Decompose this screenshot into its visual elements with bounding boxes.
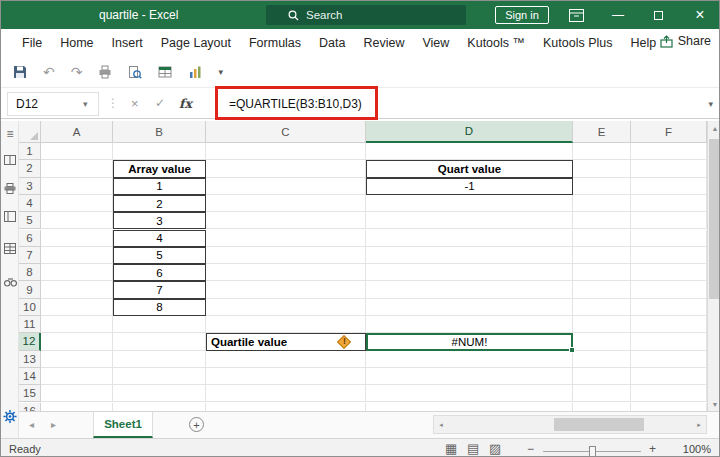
row-header-3[interactable]: 3 — [19, 178, 41, 195]
cell-D8[interactable] — [366, 264, 573, 281]
cell-B4[interactable]: 2 — [113, 195, 206, 212]
cell-F4[interactable] — [631, 195, 707, 212]
row-header-12[interactable]: 12 — [19, 333, 41, 350]
cell-B5[interactable]: 3 — [113, 212, 206, 229]
zoom-out-button[interactable]: − — [527, 442, 534, 456]
cell-F16[interactable] — [631, 403, 707, 412]
row-header-10[interactable]: 10 — [19, 299, 41, 316]
cell-D6[interactable] — [366, 230, 573, 247]
print-preview-button[interactable] — [128, 65, 142, 79]
cell-F11[interactable] — [631, 316, 707, 333]
row-header-11[interactable]: 11 — [19, 316, 41, 333]
horizontal-scrollbar-thumb[interactable] — [554, 418, 644, 431]
cell-C4[interactable] — [206, 195, 366, 212]
cell-C1[interactable] — [206, 143, 366, 160]
workbook-icon[interactable] — [3, 153, 17, 167]
cell-B11[interactable] — [113, 316, 206, 333]
tab-formulas[interactable]: Formulas — [240, 30, 310, 56]
row-header-14[interactable]: 14 — [19, 368, 41, 385]
cell-A4[interactable] — [41, 195, 113, 212]
ribbon-display-options-button[interactable] — [561, 1, 591, 29]
page-break-view-icon[interactable]: ▨ — [489, 441, 501, 456]
normal-view-icon[interactable]: ▦ — [445, 441, 457, 456]
column-header-A[interactable]: A — [41, 121, 113, 143]
scroll-left-icon[interactable]: ◂ — [434, 418, 448, 432]
row-header-15[interactable]: 15 — [19, 385, 41, 402]
cell-B7[interactable]: 5 — [113, 247, 206, 264]
row-header-9[interactable]: 9 — [19, 281, 41, 298]
panes-icon[interactable] — [3, 209, 17, 223]
cell-E13[interactable] — [573, 351, 631, 368]
cell-A14[interactable] — [41, 368, 113, 385]
tab-home[interactable]: Home — [51, 30, 102, 56]
cell-D2[interactable]: Quart value — [366, 160, 573, 177]
cell-A7[interactable] — [41, 247, 113, 264]
cell-A12[interactable] — [41, 333, 113, 350]
sheet-tab-sheet1[interactable]: Sheet1 — [93, 412, 153, 438]
print-icon[interactable] — [3, 181, 17, 195]
row-header-7[interactable]: 7 — [19, 247, 41, 264]
cell-D16[interactable] — [366, 403, 573, 412]
cell-B13[interactable] — [113, 351, 206, 368]
expand-formula-bar-icon[interactable]: ▾ — [708, 99, 713, 109]
cell-E7[interactable] — [573, 247, 631, 264]
cell-F8[interactable] — [631, 264, 707, 281]
new-sheet-button[interactable]: + — [189, 417, 204, 432]
cell-D10[interactable] — [366, 299, 573, 316]
cell-B2[interactable]: Array value — [113, 160, 206, 177]
cell-E15[interactable] — [573, 385, 631, 402]
zoom-level-label[interactable]: 100% — [669, 443, 711, 455]
zoom-slider-thumb[interactable] — [589, 446, 596, 457]
tab-page-layout[interactable]: Page Layout — [152, 30, 240, 56]
cell-D1[interactable] — [366, 143, 573, 160]
cell-D12[interactable]: #NUM! — [366, 333, 573, 350]
cell-D4[interactable] — [366, 195, 573, 212]
share-button[interactable]: Share — [660, 34, 711, 48]
cell-C8[interactable] — [206, 264, 366, 281]
cell-E9[interactable] — [573, 281, 631, 298]
cell-E16[interactable] — [573, 403, 631, 412]
column-header-B[interactable]: B — [113, 121, 206, 143]
cell-F6[interactable] — [631, 230, 707, 247]
customize-qat-button[interactable]: ▾ — [218, 67, 223, 77]
cell-C7[interactable] — [206, 247, 366, 264]
row-header-1[interactable]: 1 — [19, 143, 41, 160]
cell-D3[interactable]: -1 — [366, 178, 573, 195]
cell-B12[interactable] — [113, 333, 206, 350]
cell-D5[interactable] — [366, 212, 573, 229]
cell-B6[interactable]: 4 — [113, 230, 206, 247]
undo-button[interactable]: ↶ — [43, 65, 55, 79]
cell-B10[interactable]: 8 — [113, 299, 206, 316]
cell-F10[interactable] — [631, 299, 707, 316]
minimize-button[interactable]: — — [603, 1, 633, 29]
cell-A8[interactable] — [41, 264, 113, 281]
cell-D9[interactable] — [366, 281, 573, 298]
sign-in-button[interactable]: Sign in — [495, 6, 549, 24]
cell-C14[interactable] — [206, 368, 366, 385]
cell-E2[interactable] — [573, 160, 631, 177]
cell-B9[interactable]: 7 — [113, 281, 206, 298]
cell-E11[interactable] — [573, 316, 631, 333]
column-header-F[interactable]: F — [631, 121, 707, 143]
cell-A15[interactable] — [41, 385, 113, 402]
cell-F9[interactable] — [631, 281, 707, 298]
error-options-button[interactable]: ! — [337, 335, 352, 350]
cell-B3[interactable]: 1 — [113, 178, 206, 195]
horizontal-scrollbar[interactable]: ◂ ▸ — [433, 415, 707, 434]
select-all-corner[interactable] — [19, 121, 41, 143]
row-header-2[interactable]: 2 — [19, 160, 41, 177]
cell-A1[interactable] — [41, 143, 113, 160]
sheet-nav-left-icon[interactable]: ◂ — [29, 419, 34, 430]
tab-view[interactable]: View — [413, 30, 458, 56]
row-header-5[interactable]: 5 — [19, 212, 41, 229]
cell-E4[interactable] — [573, 195, 631, 212]
cell-C15[interactable] — [206, 385, 366, 402]
cell-A13[interactable] — [41, 351, 113, 368]
cell-D13[interactable] — [366, 351, 573, 368]
close-button[interactable]: × — [685, 1, 715, 29]
scroll-down-icon[interactable]: ▼ — [708, 397, 720, 411]
cell-C6[interactable] — [206, 230, 366, 247]
cell-F15[interactable] — [631, 385, 707, 402]
row-header-4[interactable]: 4 — [19, 195, 41, 212]
fill-handle[interactable] — [569, 347, 575, 353]
